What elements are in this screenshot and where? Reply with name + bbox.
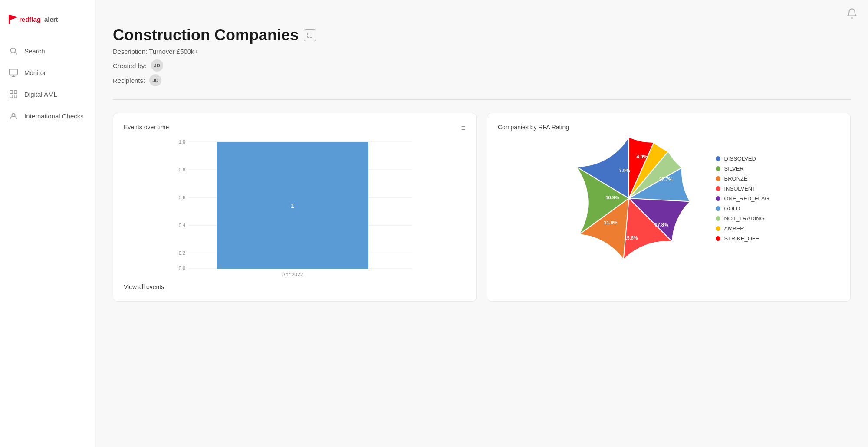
page-header: Construction Companies Description: Turn…	[113, 26, 851, 86]
sidebar-item-digital-aml[interactable]: Digital AML	[0, 83, 95, 105]
svg-point-4	[11, 48, 16, 53]
svg-text:0.0: 0.0	[179, 266, 185, 271]
events-chart-header: ≡ Events over time	[124, 124, 466, 131]
svg-text:0.8: 0.8	[179, 167, 185, 172]
divider	[113, 99, 851, 100]
legend-dot-strike-off	[716, 236, 720, 241]
svg-text:11.9%: 11.9%	[604, 220, 618, 225]
notification-bell-icon[interactable]	[846, 8, 858, 19]
rfa-chart-card: Companies by RFA Rating	[487, 113, 851, 302]
pie-chart-wrapper: 27.7% 17.8% 15.8% 11.9% 10.9% 7.9% 4.0%	[498, 138, 840, 259]
svg-text:1: 1	[291, 202, 294, 209]
top-bar	[836, 0, 868, 27]
svg-line-5	[15, 53, 17, 55]
events-chart-card: ≡ Events over time 1.0 0.8 0.6 0.4 0.2 0…	[113, 113, 477, 302]
digital-aml-icon	[9, 89, 18, 99]
description: Description: Turnover £500k+	[113, 48, 851, 55]
legend-dot-dissolved	[716, 156, 720, 161]
svg-text:17.8%: 17.8%	[655, 222, 668, 227]
legend-dissolved: DISSOLVED	[716, 155, 769, 162]
events-chart-title: Events over time	[124, 124, 466, 131]
legend-amber: AMBER	[716, 225, 769, 232]
pie-chart-legend: DISSOLVED SILVER BRONZE INSOLVENT	[716, 155, 769, 242]
legend-dot-silver	[716, 166, 720, 171]
sidebar: redflag alert Search Monitor Digital AML	[0, 0, 95, 447]
legend-one-red-flag: ONE_RED_FLAG	[716, 195, 769, 202]
sidebar-item-monitor[interactable]: Monitor	[0, 62, 95, 83]
svg-text:0.2: 0.2	[179, 250, 185, 256]
main-content: Construction Companies Description: Turn…	[95, 0, 868, 447]
bar-chart-area: 1.0 0.8 0.6 0.4 0.2 0.0 1	[124, 138, 466, 276]
svg-rect-11	[10, 95, 13, 98]
title-row: Construction Companies	[113, 26, 851, 44]
legend-strike-off: STRIKE_OFF	[716, 235, 769, 242]
svg-marker-1	[10, 15, 17, 20]
svg-rect-6	[10, 69, 17, 75]
monitor-icon	[9, 68, 18, 77]
svg-text:0.4: 0.4	[179, 223, 185, 228]
legend-dot-gold	[716, 206, 720, 211]
view-all-events-link[interactable]: View all events	[124, 283, 164, 290]
chart-menu-button[interactable]: ≡	[461, 124, 466, 133]
international-icon	[9, 111, 18, 121]
search-icon	[9, 46, 18, 56]
sidebar-item-search[interactable]: Search	[0, 40, 95, 62]
svg-text:alert: alert	[44, 16, 58, 23]
legend-dot-insolvent	[716, 186, 720, 191]
svg-text:7.9%: 7.9%	[619, 168, 630, 173]
bar-chart-svg: 1.0 0.8 0.6 0.4 0.2 0.0 1	[124, 138, 466, 276]
charts-row: ≡ Events over time 1.0 0.8 0.6 0.4 0.2 0…	[113, 113, 851, 302]
legend-insolvent: INSOLVENT	[716, 185, 769, 192]
legend-bronze: BRONZE	[716, 175, 769, 182]
legend-silver: SILVER	[716, 165, 769, 172]
pie-labels-svg: 27.7% 17.8% 15.8% 11.9% 10.9% 7.9% 4.0%	[581, 138, 703, 259]
svg-rect-10	[14, 91, 17, 93]
legend-gold: GOLD	[716, 205, 769, 212]
svg-text:27.7%: 27.7%	[659, 177, 673, 182]
sidebar-label-monitor: Monitor	[24, 69, 46, 76]
legend-dot-amber	[716, 226, 720, 231]
sidebar-label-digital-aml: Digital AML	[24, 91, 57, 98]
expand-button[interactable]	[304, 29, 316, 41]
svg-text:0.6: 0.6	[179, 195, 185, 200]
legend-not-trading: NOT_TRADING	[716, 215, 769, 222]
created-by-avatar: JD	[151, 59, 163, 72]
logo-image: redflag alert	[9, 13, 78, 25]
legend-dot-not-trading	[716, 216, 720, 221]
sidebar-label-international-checks: International Checks	[24, 112, 84, 120]
created-by-row: Created by: JD	[113, 59, 851, 72]
sidebar-label-search: Search	[24, 47, 45, 55]
recipients-label: Recipients:	[113, 77, 145, 84]
page-title: Construction Companies	[113, 26, 299, 44]
sidebar-item-international-checks[interactable]: International Checks	[0, 105, 95, 127]
created-by-label: Created by:	[113, 62, 147, 69]
svg-text:15.8%: 15.8%	[625, 235, 638, 240]
svg-text:1.0: 1.0	[179, 139, 185, 145]
svg-rect-9	[10, 91, 13, 93]
recipients-avatar: JD	[149, 74, 161, 86]
expand-icon	[307, 32, 313, 38]
svg-rect-0	[9, 15, 10, 24]
logo: redflag alert	[0, 9, 95, 40]
rfa-chart-title: Companies by RFA Rating	[498, 124, 840, 131]
svg-text:10.9%: 10.9%	[606, 195, 619, 200]
legend-dot-one-red-flag	[716, 196, 720, 201]
svg-text:Apr 2022: Apr 2022	[282, 272, 303, 276]
legend-dot-bronze	[716, 176, 720, 181]
svg-text:redflag: redflag	[19, 16, 41, 23]
svg-text:4.0%: 4.0%	[637, 154, 648, 159]
svg-rect-12	[14, 95, 17, 98]
recipients-row: Recipients: JD	[113, 74, 851, 86]
